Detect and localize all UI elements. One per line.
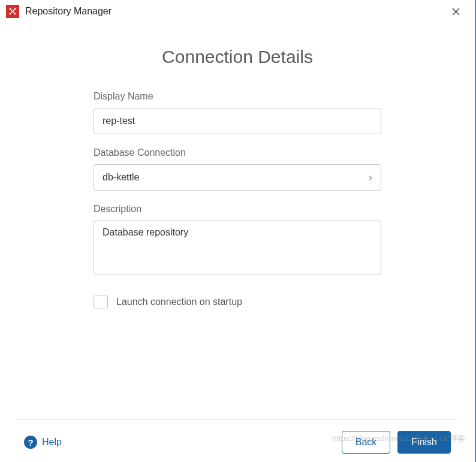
close-button[interactable] [444, 3, 468, 20]
connection-form: Display Name Database Connection db-kett… [94, 91, 381, 309]
finish-label: Finish [411, 437, 437, 448]
titlebar: Repository Manager [0, 0, 475, 23]
back-label: Back [356, 437, 377, 448]
launch-startup-checkbox[interactable] [94, 295, 108, 309]
launch-startup-label: Launch connection on startup [116, 297, 242, 307]
chevron-right-icon: › [369, 171, 372, 184]
display-name-input[interactable] [94, 108, 381, 134]
help-icon: ? [24, 436, 37, 449]
window-title: Repository Manager [25, 6, 112, 17]
footer: ? Help Back Finish [18, 419, 457, 462]
display-name-field: Display Name [94, 91, 381, 134]
db-connection-field: Database Connection db-kettle › [94, 147, 381, 191]
page-title: Connection Details [42, 47, 433, 67]
finish-button[interactable]: Finish [397, 431, 451, 454]
back-button[interactable]: Back [342, 431, 391, 454]
description-input[interactable] [94, 221, 381, 274]
help-link[interactable]: ? Help [24, 436, 62, 449]
close-icon [452, 8, 460, 16]
description-label: Description [94, 204, 381, 215]
help-label: Help [42, 437, 62, 448]
db-connection-label: Database Connection [94, 147, 381, 158]
description-field: Description [94, 204, 381, 277]
display-name-label: Display Name [94, 91, 381, 102]
app-icon [6, 5, 19, 18]
launch-startup-row: Launch connection on startup [94, 295, 381, 309]
db-connection-value: db-kettle [103, 172, 139, 183]
db-connection-select[interactable]: db-kettle › [94, 164, 381, 191]
